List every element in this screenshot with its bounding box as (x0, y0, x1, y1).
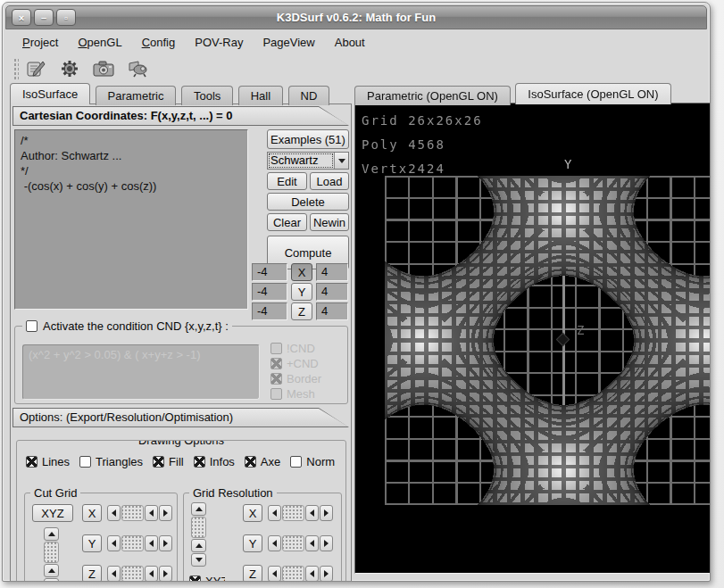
chevron-down-icon[interactable] (334, 153, 348, 169)
cut-grid-y-button[interactable]: Y (82, 534, 102, 552)
notes-icon[interactable] (24, 58, 47, 79)
menu-config[interactable]: Config (133, 33, 185, 52)
newin-button[interactable]: Newin (310, 213, 349, 231)
tab-parametric[interactable]: Parametric (96, 86, 177, 105)
grid-resolution-xyz-checkbox[interactable] (189, 576, 201, 582)
z-axis-label: Z (577, 323, 584, 337)
viewport-pane: Grid 26x26x26Poly 4568Vertx2424 Y Z (354, 103, 711, 574)
app-window: × – ▫ K3DSurf v0.6.2: Math for Fun Proje… (2, 2, 711, 582)
minimize-icon[interactable]: – (34, 9, 54, 26)
grid-size-value: 26x26x26 (408, 113, 482, 128)
left-tab-bar: IsoSurface Parametric Tools Hall ND (10, 83, 330, 104)
grid-resolution-group: Grid Resolution XYZ X Y Z (183, 493, 342, 582)
cut-grid-xyz-scrollbar[interactable] (44, 527, 59, 582)
toolbar-handle[interactable] (13, 58, 19, 79)
grid-resolution-x-button[interactable]: X (243, 504, 262, 522)
y-min-field[interactable]: -4 (252, 283, 287, 301)
edit-button[interactable]: Edit (267, 172, 307, 190)
camera-icon[interactable] (92, 58, 115, 79)
z-max-field[interactable]: 4 (316, 302, 348, 320)
window-title: K3DSurf v0.6.2: Math for Fun (6, 11, 706, 24)
menu-about[interactable]: About (326, 33, 374, 52)
cut-grid-x-button[interactable]: X (82, 504, 102, 522)
condition-checkbox[interactable] (26, 320, 37, 332)
clear-button[interactable]: Clear (267, 213, 307, 231)
plus-cnd-checkbox (270, 358, 282, 369)
menu-project[interactable]: Project (13, 33, 67, 52)
mesh-checkbox (270, 388, 282, 400)
example-combobox[interactable]: Schwartz (267, 152, 349, 170)
cut-grid-group: Cut Grid XYZ X Y Z (24, 493, 178, 582)
z-min-field[interactable]: -4 (252, 302, 287, 320)
menu-bar: Project OpenGL Config POV-Ray PageView A… (6, 31, 706, 53)
grid-resolution-y-scrollbar[interactable] (268, 535, 333, 551)
cut-grid-x-scrollbar[interactable] (107, 505, 172, 521)
close-icon[interactable]: × (12, 9, 31, 26)
grid-resolution-xyz-scrollbar[interactable] (191, 502, 206, 567)
menu-pageview[interactable]: PageView (254, 33, 323, 52)
grid-resolution-z-scrollbar[interactable] (268, 566, 333, 582)
poly-count-value: 4568 (408, 137, 445, 152)
condition-group: Activate the condition CND {x,y,z,t} : (… (14, 326, 348, 404)
menu-povray[interactable]: POV-Ray (186, 33, 252, 52)
grid-resolution-z-button[interactable]: Z (243, 565, 262, 582)
viewport-info: Grid 26x26x26Poly 4568Vertx2424 (362, 109, 483, 181)
cartesian-header: Cartesian Coordinates: F(x,y,z,t, ...) =… (12, 106, 349, 126)
condition-label: Activate the condition CND {x,y,z,t} : (43, 319, 229, 333)
menu-opengl[interactable]: OpenGL (69, 33, 130, 52)
right-tab-bar: Parametric (OpenGL ON) IsoSurface (OpenG… (354, 83, 672, 104)
isosurface-panel: Cartesian Coordinates: F(x,y,z,t, ...) =… (10, 104, 352, 582)
toolbar (6, 54, 706, 83)
cut-grid-z-button[interactable]: Z (82, 565, 102, 582)
maximize-icon[interactable]: ▫ (56, 9, 76, 26)
infos-checkbox[interactable] (194, 456, 205, 468)
not-cnd-checkbox (270, 343, 282, 354)
grid-resolution-y-button[interactable]: Y (243, 534, 262, 552)
tab-nd[interactable]: ND (288, 86, 330, 105)
tab-isosurface-view[interactable]: IsoSurface (OpenGL ON) (515, 83, 670, 104)
title-bar[interactable]: × – ▫ K3DSurf v0.6.2: Math for Fun (5, 5, 707, 29)
fill-checkbox[interactable] (153, 456, 164, 468)
cut-grid-xyz-button[interactable]: XYZ (32, 504, 73, 522)
norm-checkbox[interactable] (290, 456, 302, 468)
tab-parametric-view[interactable]: Parametric (OpenGL ON) (354, 86, 511, 105)
options-header[interactable]: Options: (Export/Resolution/Optimisation… (12, 408, 349, 427)
triangles-checkbox[interactable] (79, 456, 91, 468)
load-button[interactable]: Load (310, 172, 349, 190)
y-axis-button[interactable]: Y (291, 283, 312, 301)
formula-input[interactable]: /* Author: Schwartz ... */ -(cos(x) + co… (14, 129, 248, 310)
drawing-options-group: Drawing Options Lines Triangles Fill Inf… (16, 440, 346, 582)
cut-grid-z-scrollbar[interactable] (107, 566, 172, 582)
gear-icon[interactable] (58, 58, 81, 79)
x-axis-button[interactable]: X (291, 263, 312, 281)
projector-icon[interactable] (126, 58, 149, 79)
examples-button[interactable]: Examples (51) (267, 129, 349, 149)
desktop: × – ▫ K3DSurf v0.6.2: Math for Fun Proje… (0, 0, 724, 588)
y-axis-label: Y (564, 157, 571, 171)
example-combobox-value: Schwartz (268, 153, 334, 169)
axe-checkbox[interactable] (245, 456, 256, 468)
lines-checkbox[interactable] (26, 456, 37, 468)
grid-resolution-x-scrollbar[interactable] (268, 505, 333, 521)
tab-hall[interactable]: Hall (238, 86, 283, 105)
condition-expression-input: (x^2 + y^2 > 0.05) & ( x+y+z > -1) (22, 344, 260, 400)
x-min-field[interactable]: -4 (252, 263, 287, 281)
delete-button[interactable]: Delete (267, 193, 349, 211)
vertex-count-value: 2424 (408, 161, 445, 176)
border-checkbox (270, 373, 282, 385)
tab-isosurface[interactable]: IsoSurface (10, 83, 90, 104)
cut-grid-y-scrollbar[interactable] (107, 535, 172, 551)
z-axis-button[interactable]: Z (291, 302, 312, 320)
tab-tools[interactable]: Tools (181, 86, 233, 105)
y-max-field[interactable]: 4 (316, 283, 348, 301)
x-max-field[interactable]: 4 (316, 263, 348, 281)
